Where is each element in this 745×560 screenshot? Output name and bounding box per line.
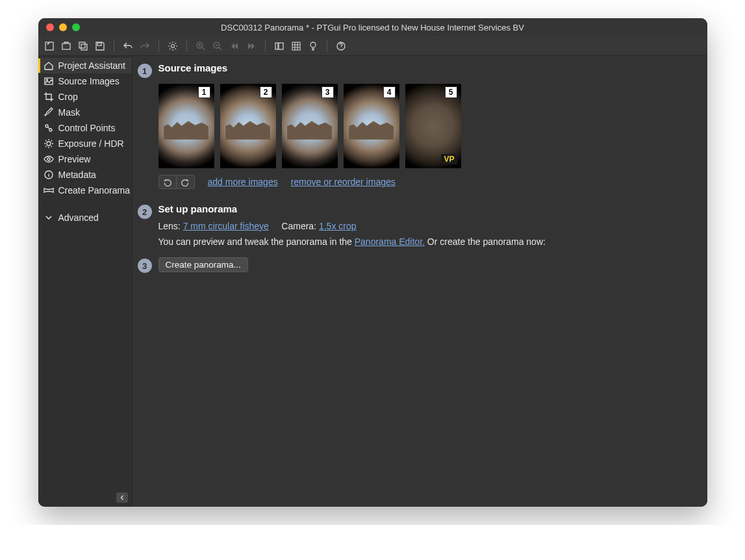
source-thumb-3[interactable]: 3 xyxy=(282,84,338,168)
rotate-ccw-icon xyxy=(163,178,171,186)
sidebar-item-mask[interactable]: Mask xyxy=(38,105,132,120)
new-project-icon[interactable] xyxy=(42,39,57,53)
sidebar-item-exposure-hdr[interactable]: Exposure / HDR xyxy=(38,136,132,151)
points-icon xyxy=(44,123,54,133)
sidebar-item-create-panorama[interactable]: Create Panorama xyxy=(38,183,132,198)
home-icon xyxy=(44,60,54,71)
sidebar-item-advanced[interactable]: Advanced xyxy=(38,210,132,225)
body: Project Assistant Source Images Crop Mas… xyxy=(38,56,707,507)
sidebar-item-label: Metadata xyxy=(58,170,96,180)
step-1: 1 Source images 1 2 xyxy=(138,62,696,198)
save-project-icon[interactable] xyxy=(76,39,90,53)
svg-rect-9 xyxy=(279,43,283,49)
rotate-cw-button[interactable] xyxy=(177,175,195,189)
svg-rect-0 xyxy=(45,42,53,50)
svg-rect-1 xyxy=(62,44,70,49)
svg-point-15 xyxy=(45,125,48,127)
redo-icon[interactable] xyxy=(138,39,152,53)
vp-badge: VP xyxy=(441,154,457,164)
app-window: DSC00312 Panorama * - PTGui Pro licensed… xyxy=(38,18,707,507)
image-icon xyxy=(44,76,54,86)
preview-text-post: Or create the panorama now: xyxy=(427,236,546,247)
thumb-actions: add more images remove or reorder images xyxy=(158,175,696,189)
source-thumb-4[interactable]: 4 xyxy=(344,84,399,168)
sidebar-item-project-assistant[interactable]: Project Assistant xyxy=(38,58,132,73)
maximize-button[interactable] xyxy=(72,23,80,31)
zoom-out-icon[interactable] xyxy=(210,39,225,53)
sidebar-item-label: Advanced xyxy=(58,212,99,223)
rotate-buttons xyxy=(158,175,195,189)
source-thumb-2[interactable]: 2 xyxy=(220,84,276,168)
sidebar-item-label: Source Images xyxy=(58,76,120,86)
svg-point-11 xyxy=(310,42,316,47)
svg-point-5 xyxy=(171,44,174,47)
help-icon[interactable] xyxy=(334,39,348,53)
next-icon[interactable] xyxy=(244,39,259,53)
camera-link[interactable]: 1.5x crop xyxy=(319,221,357,231)
zoom-in-icon[interactable] xyxy=(194,39,208,53)
undo-icon[interactable] xyxy=(121,39,135,53)
window-controls xyxy=(38,23,80,31)
grid-icon[interactable] xyxy=(289,39,303,53)
separator xyxy=(327,40,327,52)
source-thumb-1[interactable]: 1 xyxy=(158,84,214,168)
step-badge-1: 1 xyxy=(138,64,152,78)
sidebar-item-control-points[interactable]: Control Points xyxy=(38,120,132,136)
open-icon[interactable] xyxy=(59,39,73,53)
collapse-sidebar-button[interactable] xyxy=(116,492,128,503)
save-icon[interactable] xyxy=(93,39,107,53)
step-badge-2: 2 xyxy=(138,205,152,219)
separator xyxy=(186,40,187,52)
sidebar-item-label: Crop xyxy=(58,92,78,102)
thumb-number: 3 xyxy=(322,86,334,98)
svg-rect-4 xyxy=(97,43,101,45)
prev-icon[interactable] xyxy=(227,39,242,53)
titlebar: DSC00312 Panorama * - PTGui Pro licensed… xyxy=(38,18,707,36)
svg-rect-3 xyxy=(81,44,87,50)
sidebar-item-source-images[interactable]: Source Images xyxy=(38,73,132,89)
separator xyxy=(158,40,159,52)
sidebar-item-label: Project Assistant xyxy=(58,60,126,71)
create-panorama-button[interactable]: Create panorama... xyxy=(158,257,248,272)
bulb-icon[interactable] xyxy=(306,39,320,53)
sidebar-item-preview[interactable]: Preview xyxy=(38,151,132,167)
sidebar-item-label: Preview xyxy=(58,154,91,164)
rotate-ccw-button[interactable] xyxy=(158,175,177,189)
step2-title: Set up panorama xyxy=(158,203,696,214)
preview-line: You can preview and tweak the panorama i… xyxy=(158,236,696,247)
panorama-editor-icon[interactable] xyxy=(272,39,286,53)
svg-point-18 xyxy=(47,158,50,160)
remove-reorder-images-link[interactable]: remove or reorder images xyxy=(291,177,396,187)
eye-icon xyxy=(44,154,54,164)
lens-link[interactable]: 7 mm circular fisheye xyxy=(183,221,269,231)
step-badge-3: 3 xyxy=(138,259,152,273)
svg-point-16 xyxy=(49,129,52,131)
step-2: 2 Set up panorama Lens: 7 mm circular fi… xyxy=(138,203,696,252)
minimize-button[interactable] xyxy=(59,23,67,31)
svg-rect-13 xyxy=(45,78,53,84)
brush-icon xyxy=(44,107,54,118)
crop-icon xyxy=(44,92,54,102)
sidebar-item-crop[interactable]: Crop xyxy=(38,89,132,105)
sidebar-item-label: Create Panorama xyxy=(58,185,131,196)
sidebar-item-label: Mask xyxy=(58,107,80,118)
thumb-number: 4 xyxy=(383,86,396,98)
close-button[interactable] xyxy=(46,23,54,31)
main-panel: 1 Source images 1 2 xyxy=(133,56,707,507)
source-thumb-5[interactable]: 5 VP xyxy=(405,84,461,168)
svg-point-14 xyxy=(46,79,47,81)
toolbar xyxy=(38,36,707,56)
add-more-images-link[interactable]: add more images xyxy=(208,177,278,187)
lens-camera-line: Lens: 7 mm circular fisheye Camera: 1.5x… xyxy=(158,221,696,231)
thumb-number: 1 xyxy=(198,86,210,98)
lens-label: Lens: xyxy=(158,221,181,231)
thumb-number: 5 xyxy=(445,86,457,98)
sun-icon xyxy=(44,138,54,149)
preview-text-pre: You can preview and tweak the panorama i… xyxy=(158,236,352,247)
panorama-editor-link[interactable]: Panorama Editor. xyxy=(355,236,425,247)
thumb-number: 2 xyxy=(260,86,272,98)
settings-icon[interactable] xyxy=(166,39,180,53)
sidebar-item-label: Control Points xyxy=(58,123,116,133)
sidebar-item-metadata[interactable]: Metadata xyxy=(38,167,132,183)
separator xyxy=(114,40,114,52)
